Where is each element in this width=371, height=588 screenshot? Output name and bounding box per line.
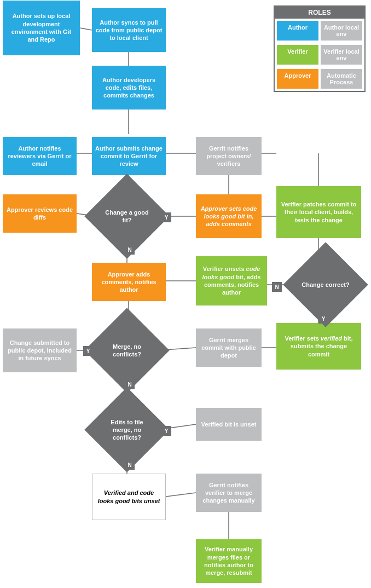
role-verifier-local-env: Verifier local env <box>321 45 362 65</box>
node-n9: Verifier patches commit to their local c… <box>276 186 361 238</box>
badge-y1: Y <box>161 212 171 222</box>
diamond-d1: Change a good fit? <box>97 186 157 246</box>
badge-n4: N <box>125 460 135 470</box>
node-n17: Gerrit notifies verifier to merge change… <box>196 474 262 512</box>
badge-y2: Y <box>318 314 328 324</box>
node-n15: Verified bit is unset <box>196 408 262 441</box>
node-n2: Author syncs to pull code from public de… <box>92 8 166 52</box>
roles-row-2: Verifier Verifier local env <box>275 43 364 67</box>
node-n8: Approver sets code looks good bit in, ad… <box>196 194 262 238</box>
roles-row-1: Author Author local env <box>275 19 364 43</box>
badge-n2: N <box>272 282 282 292</box>
node-n12: Change submitted to public depot, includ… <box>3 328 77 372</box>
badge-n3: N <box>125 379 135 389</box>
badge-n1: N <box>125 245 135 255</box>
svg-line-23 <box>166 493 196 497</box>
node-n3: Author developers code, edits files, com… <box>92 66 166 109</box>
node-n7: Approver reviews code diffs <box>3 194 77 233</box>
node-n18: Verifier manually merges files or notifi… <box>196 539 262 583</box>
badge-y3: Y <box>83 346 93 356</box>
flowchart-diagram: Author sets up local development environ… <box>0 0 371 588</box>
roles-row-3: Approver Automatic Process <box>275 67 364 91</box>
role-verifier: Verifier <box>277 45 318 65</box>
badge-y4: Y <box>161 426 171 436</box>
node-n5: Author submits change commit to Gerrit f… <box>92 137 166 175</box>
node-n14: Verifier sets verified bit, submits the … <box>276 323 361 370</box>
roles-legend: ROLES Author Author local env Verifier V… <box>274 5 366 92</box>
node-n11: Verifier unsets code looks good bit, add… <box>196 256 267 305</box>
roles-title: ROLES <box>275 7 364 19</box>
svg-line-0 <box>80 28 92 30</box>
role-automatic-process: Automatic Process <box>321 69 362 89</box>
diamond-d4: Edits to file merge, no conflicts? <box>97 400 157 460</box>
role-author-local-env: Author local env <box>321 21 362 41</box>
node-n13: Gerrit merges commit with public depot <box>196 328 262 367</box>
node-n6: Gerrit notifies project owners/ verifier… <box>196 137 262 175</box>
node-n4: Author notifies reviewers via Gerrit or … <box>3 137 77 175</box>
role-approver: Approver <box>277 69 318 89</box>
node-n10: Approver adds comments, notifies author <box>92 263 166 301</box>
node-n8-text: Approver sets code looks good bit in, ad… <box>199 205 258 228</box>
role-author: Author <box>277 21 318 41</box>
diamond-d3: Merge, no conflicts? <box>97 320 157 381</box>
node-n16: Verified and code looks good bits unset <box>92 474 166 520</box>
diamond-d2: Change correct? <box>295 255 356 315</box>
node-n1: Author sets up local development environ… <box>3 1 80 55</box>
